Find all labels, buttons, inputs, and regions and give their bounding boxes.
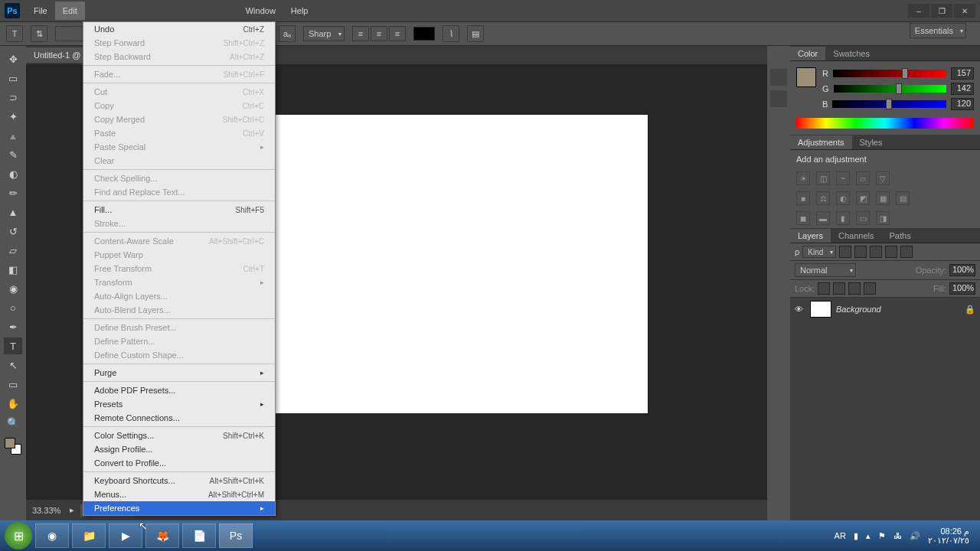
start-button[interactable]: ⊞ bbox=[5, 522, 32, 549]
r-slider[interactable] bbox=[833, 70, 946, 77]
vibrance-icon[interactable]: ▽ bbox=[876, 171, 890, 185]
align-left-button[interactable]: ≡ bbox=[352, 26, 369, 41]
move-tool[interactable]: ✥ bbox=[4, 51, 22, 67]
path-selection-tool[interactable]: ↖ bbox=[4, 357, 22, 373]
tray-volume-icon[interactable]: 🔊 bbox=[910, 531, 920, 541]
dodge-tool[interactable]: ○ bbox=[4, 299, 22, 316]
magic-wand-tool[interactable]: ✦ bbox=[4, 108, 22, 125]
taskbar-explorer[interactable]: 📁 bbox=[72, 523, 106, 548]
tab-paths[interactable]: Paths bbox=[882, 229, 919, 243]
blend-mode-dropdown[interactable]: Normal bbox=[795, 263, 856, 277]
lock-position-icon[interactable] bbox=[848, 282, 861, 295]
tool-preset-picker[interactable]: T bbox=[6, 25, 23, 42]
levels-icon[interactable]: ◫ bbox=[816, 171, 830, 185]
tab-adjustments[interactable]: Adjustments bbox=[790, 135, 852, 149]
tab-color[interactable]: Color bbox=[790, 47, 825, 60]
taskbar-firefox[interactable]: 🦊 bbox=[145, 523, 179, 548]
align-right-button[interactable]: ≡ bbox=[389, 26, 406, 41]
tray-lang[interactable]: AR bbox=[835, 531, 846, 540]
maximize-button[interactable]: ❐ bbox=[931, 4, 952, 18]
bw-icon[interactable]: ◐ bbox=[836, 191, 850, 205]
menu-item-purge[interactable]: Purge bbox=[83, 366, 275, 380]
antialias-dropdown[interactable]: Sharp bbox=[303, 26, 345, 41]
hand-tool[interactable]: ✋ bbox=[4, 395, 22, 412]
lock-all-icon[interactable] bbox=[864, 282, 876, 295]
spectrum-bar[interactable] bbox=[796, 118, 974, 129]
layer-thumbnail[interactable] bbox=[810, 301, 831, 318]
visibility-icon[interactable]: 👁 bbox=[795, 305, 805, 314]
menu-item-remote-connections-[interactable]: Remote Connections... bbox=[83, 411, 275, 425]
menu-item-adobe-pdf-presets-[interactable]: Adobe PDF Presets... bbox=[83, 383, 275, 397]
menu-item-keyboard-shortcuts-[interactable]: Keyboard Shortcuts...Alt+Shift+Ctrl+K bbox=[83, 474, 275, 487]
selcolor-icon[interactable]: ◨ bbox=[876, 211, 890, 225]
tab-layers[interactable]: Layers bbox=[790, 229, 831, 243]
warp-text-button[interactable]: ⌇ bbox=[443, 25, 459, 42]
filter-type-icon[interactable] bbox=[870, 246, 882, 258]
menu-hidden[interactable] bbox=[146, 2, 177, 20]
properties-panel-icon[interactable] bbox=[770, 90, 787, 107]
taskbar-photoshop[interactable]: Ps bbox=[219, 523, 253, 548]
lasso-tool[interactable]: ⊃ bbox=[4, 89, 22, 106]
taskbar-media[interactable]: ▶ bbox=[109, 523, 142, 548]
gradient-tool[interactable]: ◧ bbox=[4, 261, 22, 278]
colorlookup-icon[interactable]: ▤ bbox=[896, 191, 910, 205]
brightness-icon[interactable]: ☀ bbox=[796, 171, 810, 185]
blur-tool[interactable]: ◉ bbox=[4, 280, 22, 297]
menu-item-menus-[interactable]: Menus...Alt+Shift+Ctrl+M bbox=[83, 487, 275, 501]
menu-help[interactable]: Help bbox=[283, 2, 316, 20]
menu-hidden[interactable] bbox=[116, 2, 146, 20]
menu-file[interactable]: File bbox=[26, 2, 55, 20]
text-color-swatch[interactable] bbox=[413, 27, 435, 41]
menu-hidden[interactable] bbox=[177, 2, 207, 20]
menu-hidden[interactable] bbox=[207, 2, 238, 20]
posterize-icon[interactable]: ▬ bbox=[816, 211, 830, 225]
exposure-icon[interactable]: ▱ bbox=[856, 171, 870, 185]
history-brush-tool[interactable]: ↺ bbox=[4, 223, 22, 240]
gradmap-icon[interactable]: ▭ bbox=[856, 211, 870, 225]
marquee-tool[interactable]: ▭ bbox=[4, 70, 22, 86]
tab-swatches[interactable]: Swatches bbox=[825, 47, 877, 60]
threshold-icon[interactable]: ▮ bbox=[836, 211, 850, 225]
g-value[interactable]: 142 bbox=[951, 83, 974, 95]
b-slider[interactable] bbox=[832, 100, 946, 108]
foreground-swatch[interactable] bbox=[796, 67, 816, 87]
zoom-tool[interactable]: 🔍 bbox=[4, 414, 22, 431]
photofilter-icon[interactable]: ◩ bbox=[856, 191, 870, 205]
taskbar-chrome[interactable]: ◉ bbox=[35, 523, 69, 548]
menu-item-assign-profile-[interactable]: Assign Profile... bbox=[83, 442, 275, 456]
menu-item-color-settings-[interactable]: Color Settings...Shift+Ctrl+K bbox=[83, 429, 275, 442]
pen-tool[interactable]: ✒ bbox=[4, 318, 22, 335]
tray-action-icon[interactable]: ⚑ bbox=[878, 531, 886, 541]
curves-icon[interactable]: ~ bbox=[836, 171, 850, 185]
healing-brush-tool[interactable]: ◐ bbox=[4, 165, 22, 182]
workspace-switcher[interactable]: Essentials bbox=[910, 23, 966, 38]
layer-name[interactable]: Background bbox=[836, 305, 881, 314]
type-tool[interactable]: T bbox=[4, 337, 22, 354]
eyedropper-tool[interactable]: ✎ bbox=[4, 146, 22, 163]
filter-adjust-icon[interactable] bbox=[854, 246, 867, 258]
layer-row-background[interactable]: 👁 Background 🔒 bbox=[790, 298, 980, 321]
opacity-value[interactable]: 100% bbox=[949, 264, 975, 276]
chanmix-icon[interactable]: ▦ bbox=[876, 191, 890, 205]
filter-shape-icon[interactable] bbox=[885, 246, 897, 258]
tray-network-icon[interactable]: 🖧 bbox=[893, 531, 902, 540]
colorbal-icon[interactable]: ⚖ bbox=[816, 191, 830, 205]
color-swatches[interactable] bbox=[5, 438, 21, 455]
menu-item-preferences[interactable]: Preferences bbox=[83, 501, 275, 515]
close-button[interactable]: ✕ bbox=[954, 4, 975, 18]
document-tab[interactable]: Untitled-1 @ bbox=[26, 47, 89, 63]
taskbar-notepad[interactable]: 📄 bbox=[182, 523, 216, 548]
eraser-tool[interactable]: ▱ bbox=[4, 242, 22, 259]
lock-transparent-icon[interactable] bbox=[818, 282, 830, 295]
menu-item-fill-[interactable]: Fill...Shift+F5 bbox=[83, 203, 275, 217]
menu-hidden[interactable] bbox=[85, 2, 116, 20]
filter-smart-icon[interactable] bbox=[900, 246, 913, 258]
rectangle-tool[interactable]: ▭ bbox=[4, 376, 22, 393]
canvas[interactable] bbox=[225, 115, 648, 413]
menu-item-undo[interactable]: UndoCtrl+Z bbox=[83, 22, 275, 36]
menu-item-convert-to-profile-[interactable]: Convert to Profile... bbox=[83, 456, 275, 470]
crop-tool[interactable]: ⟁ bbox=[4, 127, 22, 144]
b-value[interactable]: 120 bbox=[951, 98, 974, 110]
stamp-tool[interactable]: ▲ bbox=[4, 204, 22, 220]
tab-styles[interactable]: Styles bbox=[852, 135, 890, 149]
